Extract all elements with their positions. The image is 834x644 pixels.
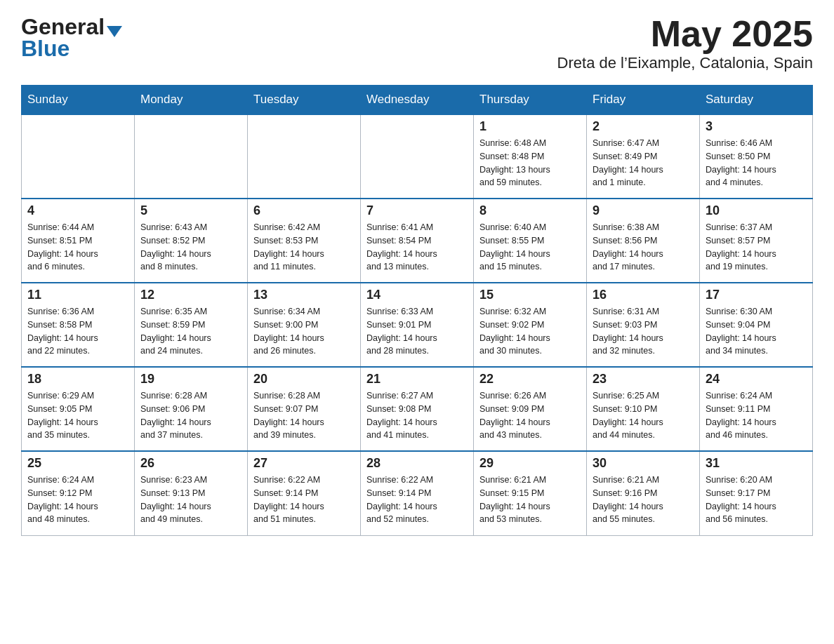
calendar-week-row: 11Sunrise: 6:36 AMSunset: 8:58 PMDayligh… [22,283,813,367]
day-number: 6 [253,203,355,218]
day-of-week-header: Monday [135,86,248,115]
day-info: Sunrise: 6:23 AMSunset: 9:13 PMDaylight:… [140,474,241,526]
calendar-cell: 19Sunrise: 6:28 AMSunset: 9:06 PMDayligh… [135,367,248,451]
calendar-cell: 8Sunrise: 6:40 AMSunset: 8:55 PMDaylight… [474,199,587,283]
calendar-cell: 3Sunrise: 6:46 AMSunset: 8:50 PMDaylight… [700,114,813,199]
day-number: 9 [593,203,694,218]
day-info: Sunrise: 6:29 AMSunset: 9:05 PMDaylight:… [27,389,128,442]
calendar-cell [248,114,361,199]
day-info: Sunrise: 6:20 AMSunset: 9:17 PMDaylight:… [706,474,807,526]
calendar-cell: 11Sunrise: 6:36 AMSunset: 8:58 PMDayligh… [22,283,135,367]
day-info: Sunrise: 6:48 AMSunset: 8:48 PMDaylight:… [479,137,581,189]
calendar-cell: 6Sunrise: 6:42 AMSunset: 8:53 PMDaylight… [248,199,361,283]
day-info: Sunrise: 6:24 AMSunset: 9:12 PMDaylight:… [27,474,128,526]
calendar-table: SundayMondayTuesdayWednesdayThursdayFrid… [21,85,813,536]
day-number: 27 [253,456,355,471]
calendar-cell: 2Sunrise: 6:47 AMSunset: 8:49 PMDaylight… [587,114,700,199]
day-info: Sunrise: 6:30 AMSunset: 9:04 PMDaylight:… [706,305,807,358]
calendar-cell: 9Sunrise: 6:38 AMSunset: 8:56 PMDaylight… [587,199,700,283]
day-number: 10 [706,203,807,218]
day-info: Sunrise: 6:26 AMSunset: 9:09 PMDaylight:… [479,389,581,442]
day-info: Sunrise: 6:22 AMSunset: 9:14 PMDaylight:… [366,474,468,526]
day-info: Sunrise: 6:32 AMSunset: 9:02 PMDaylight:… [479,305,581,358]
day-of-week-header: Wednesday [361,86,474,115]
day-number: 15 [479,288,581,302]
calendar-cell: 26Sunrise: 6:23 AMSunset: 9:13 PMDayligh… [135,451,248,535]
day-info: Sunrise: 6:21 AMSunset: 9:15 PMDaylight:… [479,474,581,526]
calendar-week-row: 4Sunrise: 6:44 AMSunset: 8:51 PMDaylight… [22,199,813,283]
calendar-cell [22,114,135,199]
day-info: Sunrise: 6:31 AMSunset: 9:03 PMDaylight:… [593,305,694,358]
day-info: Sunrise: 6:44 AMSunset: 8:51 PMDaylight:… [27,221,128,274]
header-row: SundayMondayTuesdayWednesdayThursdayFrid… [22,86,813,115]
day-number: 5 [140,203,241,218]
day-number: 23 [593,372,694,387]
day-number: 18 [27,372,128,387]
day-number: 30 [593,456,694,471]
calendar-cell: 12Sunrise: 6:35 AMSunset: 8:59 PMDayligh… [135,283,248,367]
calendar-body: 1Sunrise: 6:48 AMSunset: 8:48 PMDaylight… [22,114,813,535]
calendar-week-row: 18Sunrise: 6:29 AMSunset: 9:05 PMDayligh… [22,367,813,451]
calendar-cell: 10Sunrise: 6:37 AMSunset: 8:57 PMDayligh… [700,199,813,283]
calendar-cell: 4Sunrise: 6:44 AMSunset: 8:51 PMDaylight… [22,199,135,283]
day-number: 19 [140,372,241,387]
calendar-header: SundayMondayTuesdayWednesdayThursdayFrid… [22,86,813,115]
calendar-cell: 5Sunrise: 6:43 AMSunset: 8:52 PMDaylight… [135,199,248,283]
day-number: 12 [140,288,241,302]
day-info: Sunrise: 6:40 AMSunset: 8:55 PMDaylight:… [479,221,581,274]
day-number: 29 [479,456,581,471]
day-number: 28 [366,456,468,471]
calendar-cell: 30Sunrise: 6:21 AMSunset: 9:16 PMDayligh… [587,451,700,535]
day-info: Sunrise: 6:28 AMSunset: 9:06 PMDaylight:… [140,389,241,442]
day-info: Sunrise: 6:34 AMSunset: 9:00 PMDaylight:… [253,305,355,358]
day-number: 17 [706,288,807,302]
day-number: 8 [479,203,581,218]
day-info: Sunrise: 6:35 AMSunset: 8:59 PMDaylight:… [140,305,241,358]
day-info: Sunrise: 6:28 AMSunset: 9:07 PMDaylight:… [253,389,355,442]
day-info: Sunrise: 6:27 AMSunset: 9:08 PMDaylight:… [366,389,468,442]
day-info: Sunrise: 6:41 AMSunset: 8:54 PMDaylight:… [366,221,468,274]
day-number: 21 [366,372,468,387]
calendar-cell: 16Sunrise: 6:31 AMSunset: 9:03 PMDayligh… [587,283,700,367]
calendar-cell: 23Sunrise: 6:25 AMSunset: 9:10 PMDayligh… [587,367,700,451]
logo: General Blue [21,14,122,62]
calendar-cell: 24Sunrise: 6:24 AMSunset: 9:11 PMDayligh… [700,367,813,451]
day-info: Sunrise: 6:37 AMSunset: 8:57 PMDaylight:… [706,221,807,274]
day-info: Sunrise: 6:21 AMSunset: 9:16 PMDaylight:… [593,474,694,526]
day-number: 2 [593,119,694,134]
day-number: 22 [479,372,581,387]
day-info: Sunrise: 6:47 AMSunset: 8:49 PMDaylight:… [593,137,694,189]
day-info: Sunrise: 6:22 AMSunset: 9:14 PMDaylight:… [253,474,355,526]
calendar-cell: 15Sunrise: 6:32 AMSunset: 9:02 PMDayligh… [474,283,587,367]
calendar-week-row: 1Sunrise: 6:48 AMSunset: 8:48 PMDaylight… [22,114,813,199]
calendar-cell: 1Sunrise: 6:48 AMSunset: 8:48 PMDaylight… [474,114,587,199]
calendar-cell: 27Sunrise: 6:22 AMSunset: 9:14 PMDayligh… [248,451,361,535]
calendar-cell: 29Sunrise: 6:21 AMSunset: 9:15 PMDayligh… [474,451,587,535]
day-number: 4 [27,203,128,218]
calendar-cell: 17Sunrise: 6:30 AMSunset: 9:04 PMDayligh… [700,283,813,367]
title-block: May 2025 Dreta de l’Eixample, Catalonia,… [557,14,813,72]
day-number: 20 [253,372,355,387]
page-header: General Blue May 2025 Dreta de l’Eixampl… [21,14,813,72]
day-of-week-header: Friday [587,86,700,115]
day-number: 24 [706,372,807,387]
day-info: Sunrise: 6:38 AMSunset: 8:56 PMDaylight:… [593,221,694,274]
calendar-cell: 25Sunrise: 6:24 AMSunset: 9:12 PMDayligh… [22,451,135,535]
day-info: Sunrise: 6:46 AMSunset: 8:50 PMDaylight:… [706,137,807,189]
day-of-week-header: Saturday [700,86,813,115]
logo-triangle-icon [107,26,122,37]
calendar-cell: 14Sunrise: 6:33 AMSunset: 9:01 PMDayligh… [361,283,474,367]
calendar-cell: 20Sunrise: 6:28 AMSunset: 9:07 PMDayligh… [248,367,361,451]
day-number: 1 [479,119,581,134]
day-number: 31 [706,456,807,471]
calendar-cell [361,114,474,199]
day-number: 3 [706,119,807,134]
day-info: Sunrise: 6:25 AMSunset: 9:10 PMDaylight:… [593,389,694,442]
calendar-cell: 21Sunrise: 6:27 AMSunset: 9:08 PMDayligh… [361,367,474,451]
day-number: 14 [366,288,468,302]
day-number: 26 [140,456,241,471]
logo-blue: Blue [21,36,70,62]
calendar-cell [135,114,248,199]
calendar-subtitle: Dreta de l’Eixample, Catalonia, Spain [557,54,813,72]
day-of-week-header: Sunday [22,86,135,115]
